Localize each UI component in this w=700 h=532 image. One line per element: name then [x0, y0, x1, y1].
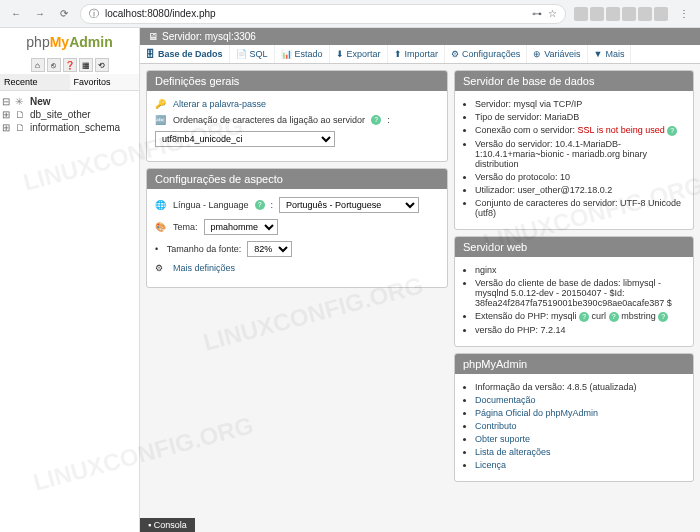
- forward-button[interactable]: →: [32, 6, 48, 22]
- tab-recent[interactable]: Recente: [0, 74, 70, 90]
- help-icon[interactable]: ?: [658, 312, 668, 322]
- theme-label: Tema:: [173, 222, 198, 232]
- collation-label: Ordenação de caracteres da ligação ao se…: [173, 115, 365, 125]
- key-icon: 🔑: [155, 99, 167, 109]
- help-icon[interactable]: ?: [371, 115, 381, 125]
- phpmyadmin-logo[interactable]: phpMyAdmin: [0, 28, 139, 56]
- reload-nav-icon[interactable]: ⟲: [95, 58, 109, 72]
- docs-icon[interactable]: ❓: [63, 58, 77, 72]
- collation-select[interactable]: utf8mb4_unicode_ci: [155, 131, 335, 147]
- server-user: Utilizador: user_other@172.18.0.2: [475, 185, 685, 195]
- gear-icon: ⚙: [155, 263, 167, 273]
- help-icon[interactable]: ?: [667, 126, 677, 136]
- server-header: 🖥 Servidor: mysql:3306: [140, 28, 700, 45]
- menu-button[interactable]: ⋮: [676, 6, 692, 22]
- server-info: Servidor: mysql via TCP/IP: [475, 99, 685, 109]
- protocol-version: Versão do protocolo: 10: [475, 172, 685, 182]
- sql-icon[interactable]: ▦: [79, 58, 93, 72]
- php-version: versão do PHP: 7.2.14: [475, 325, 685, 335]
- webserver-name: nginx: [475, 265, 685, 275]
- profile-avatars: [574, 7, 668, 21]
- sql-icon: 📄: [236, 49, 247, 59]
- collation-icon: 🔤: [155, 115, 167, 125]
- import-icon: ⬆: [394, 49, 402, 59]
- panel-title: Servidor de base de dados: [455, 71, 693, 91]
- chevron-down-icon: ▼: [594, 49, 603, 59]
- panel-title: Definições gerais: [147, 71, 447, 91]
- database-icon: 🗋: [15, 122, 27, 133]
- panel-title: phpMyAdmin: [455, 354, 693, 374]
- server-icon: 🖥: [148, 31, 158, 42]
- menu-variables[interactable]: ⊕Variáveis: [527, 45, 587, 63]
- theme-icon: 🎨: [155, 222, 167, 232]
- server-version: Versão do servidor: 10.4.1-MariaDB-1:10.…: [475, 139, 685, 169]
- pma-version: Informação da versão: 4.8.5 (atualizada): [475, 382, 685, 392]
- pma-contribute-link[interactable]: Contributo: [475, 421, 517, 431]
- help-icon[interactable]: ?: [609, 312, 619, 322]
- menu-sql[interactable]: 📄SQL: [230, 45, 275, 63]
- language-label: Língua - Language: [173, 200, 249, 210]
- console-toggle[interactable]: ▪ Consola: [140, 518, 195, 532]
- back-button[interactable]: ←: [8, 6, 24, 22]
- home-icon[interactable]: ⌂: [31, 58, 45, 72]
- url-bar[interactable]: ⓘ localhost:8080/index.php ⊶ ☆: [80, 4, 566, 24]
- panel-database-server: Servidor de base de dados Servidor: mysq…: [454, 70, 694, 230]
- status-icon: 📊: [281, 49, 292, 59]
- menu-status[interactable]: 📊Estado: [275, 45, 330, 63]
- logout-icon[interactable]: ⎋: [47, 58, 61, 72]
- tree-new[interactable]: ⊟ ✳ New: [2, 95, 137, 108]
- server-connection: Conexão com o servidor: SSL is not being…: [475, 125, 685, 136]
- info-icon: ⓘ: [89, 7, 99, 21]
- database-icon: 🗄: [146, 49, 155, 59]
- help-icon[interactable]: ?: [255, 200, 265, 210]
- pma-docs-link[interactable]: Documentação: [475, 395, 536, 405]
- tab-favorites[interactable]: Favoritos: [70, 74, 140, 90]
- gear-icon: ⚙: [451, 49, 459, 59]
- reload-button[interactable]: ⟳: [56, 6, 72, 22]
- menu-import[interactable]: ⬆Importar: [388, 45, 446, 63]
- database-icon: 🗋: [15, 109, 27, 120]
- php-extensions: Extensão do PHP: mysqli ? curl ? mbstrin…: [475, 311, 685, 322]
- language-select[interactable]: Português - Portuguese: [279, 197, 419, 213]
- more-settings-link[interactable]: Mais definições: [173, 263, 235, 273]
- panel-web-server: Servidor web nginx Versão do cliente de …: [454, 236, 694, 347]
- pma-changes-link[interactable]: Lista de alterações: [475, 447, 551, 457]
- change-password-link[interactable]: Alterar a palavra-passe: [173, 99, 266, 109]
- panel-general-settings: Definições gerais 🔑 Alterar a palavra-pa…: [146, 70, 448, 162]
- new-icon: ✳: [15, 96, 27, 107]
- panel-appearance-settings: Configurações de aspecto 🌐 Língua - Lang…: [146, 168, 448, 288]
- expand-icon[interactable]: ⊞: [2, 109, 12, 120]
- pma-support-link[interactable]: Obter suporte: [475, 434, 530, 444]
- db-client-version: Versão do cliente de base de dados: libm…: [475, 278, 685, 308]
- database-tree: ⊟ ✳ New ⊞ 🗋 db_site_other ⊞ 🗋 informatio…: [0, 91, 139, 138]
- fontsize-select[interactable]: 82%: [247, 241, 292, 257]
- panel-title: Servidor web: [455, 237, 693, 257]
- language-icon: 🌐: [155, 200, 167, 210]
- expand-icon: ⊟: [2, 96, 12, 107]
- menu-more[interactable]: ▼Mais: [588, 45, 632, 63]
- theme-select[interactable]: pmahomme: [204, 219, 278, 235]
- star-icon[interactable]: ☆: [548, 8, 557, 19]
- pma-homepage-link[interactable]: Página Oficial do phpMyAdmin: [475, 408, 598, 418]
- expand-icon[interactable]: ⊞: [2, 122, 12, 133]
- pma-license-link[interactable]: Licença: [475, 460, 506, 470]
- panel-title: Configurações de aspecto: [147, 169, 447, 189]
- tree-db-site-other[interactable]: ⊞ 🗋 db_site_other: [2, 108, 137, 121]
- tree-information-schema[interactable]: ⊞ 🗋 information_schema: [2, 121, 137, 134]
- variables-icon: ⊕: [533, 49, 541, 59]
- url-text: localhost:8080/index.php: [105, 8, 216, 19]
- help-icon[interactable]: ?: [579, 312, 589, 322]
- menu-settings[interactable]: ⚙Configurações: [445, 45, 527, 63]
- server-charset: Conjunto de caracteres do servidor: UTF-…: [475, 198, 685, 218]
- server-type: Tipo de servidor: MariaDB: [475, 112, 685, 122]
- menu-databases[interactable]: 🗄Base de Dados: [140, 45, 230, 63]
- export-icon: ⬇: [336, 49, 344, 59]
- panel-phpmyadmin: phpMyAdmin Informação da versão: 4.8.5 (…: [454, 353, 694, 482]
- key-icon: ⊶: [532, 8, 542, 19]
- menu-export[interactable]: ⬇Exportar: [330, 45, 388, 63]
- fontsize-label: Tamanho da fonte:: [167, 244, 242, 254]
